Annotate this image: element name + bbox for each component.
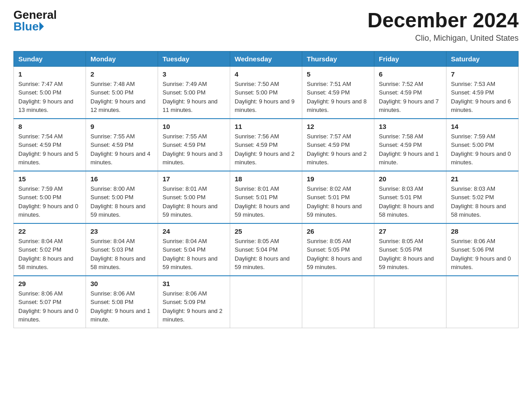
calendar-header-row: Sunday Monday Tuesday Wednesday Thursday… (14, 51, 519, 66)
day-number: 8 (18, 123, 81, 130)
day-number: 29 (18, 280, 81, 287)
day-number: 27 (379, 227, 442, 235)
day-number: 11 (235, 123, 297, 130)
day-number: 2 (90, 70, 153, 78)
table-row: 10 Sunrise: 7:55 AM Sunset: 4:59 PM Dayl… (158, 119, 230, 171)
title-block: December 2024 Clio, Michigan, United Sta… (367, 9, 519, 43)
day-info: Sunrise: 7:54 AM Sunset: 4:59 PM Dayligh… (18, 132, 81, 167)
day-info: Sunrise: 8:03 AM Sunset: 5:01 PM Dayligh… (379, 184, 442, 219)
table-row: 28 Sunrise: 8:06 AM Sunset: 5:06 PM Dayl… (446, 223, 519, 276)
header-wednesday: Wednesday (230, 51, 302, 66)
table-row: 31 Sunrise: 8:06 AM Sunset: 5:09 PM Dayl… (158, 276, 230, 328)
table-row: 30 Sunrise: 8:06 AM Sunset: 5:08 PM Dayl… (86, 276, 158, 328)
day-number: 23 (90, 227, 153, 235)
day-number: 22 (18, 227, 81, 235)
day-info: Sunrise: 8:06 AM Sunset: 5:09 PM Dayligh… (163, 289, 225, 324)
day-number: 6 (379, 70, 442, 78)
table-row: 20 Sunrise: 8:03 AM Sunset: 5:01 PM Dayl… (374, 171, 446, 223)
table-row: 29 Sunrise: 8:06 AM Sunset: 5:07 PM Dayl… (14, 276, 86, 328)
table-row: 11 Sunrise: 7:56 AM Sunset: 4:59 PM Dayl… (230, 119, 302, 171)
day-number: 16 (90, 175, 153, 183)
table-row: 1 Sunrise: 7:47 AM Sunset: 5:00 PM Dayli… (14, 66, 86, 119)
day-info: Sunrise: 8:05 AM Sunset: 5:05 PM Dayligh… (379, 237, 442, 272)
day-info: Sunrise: 7:57 AM Sunset: 4:59 PM Dayligh… (307, 132, 369, 167)
table-row: 17 Sunrise: 8:01 AM Sunset: 5:00 PM Dayl… (158, 171, 230, 223)
day-info: Sunrise: 8:05 AM Sunset: 5:04 PM Dayligh… (235, 237, 297, 272)
calendar-table: Sunday Monday Tuesday Wednesday Thursday… (13, 51, 519, 328)
day-info: Sunrise: 7:55 AM Sunset: 4:59 PM Dayligh… (90, 132, 153, 167)
day-number: 20 (379, 175, 442, 183)
day-number: 12 (307, 123, 369, 130)
day-number: 7 (451, 70, 514, 78)
table-row: 12 Sunrise: 7:57 AM Sunset: 4:59 PM Dayl… (302, 119, 374, 171)
day-info: Sunrise: 8:00 AM Sunset: 5:00 PM Dayligh… (90, 184, 153, 219)
table-row: 2 Sunrise: 7:48 AM Sunset: 5:00 PM Dayli… (86, 66, 158, 119)
table-row: 7 Sunrise: 7:53 AM Sunset: 4:59 PM Dayli… (446, 66, 519, 119)
day-info: Sunrise: 7:55 AM Sunset: 4:59 PM Dayligh… (163, 132, 225, 167)
day-number: 13 (379, 123, 442, 130)
table-row: 25 Sunrise: 8:05 AM Sunset: 5:04 PM Dayl… (230, 223, 302, 276)
page-subtitle: Clio, Michigan, United States (367, 34, 519, 43)
table-row: 6 Sunrise: 7:52 AM Sunset: 4:59 PM Dayli… (374, 66, 446, 119)
day-info: Sunrise: 8:04 AM Sunset: 5:03 PM Dayligh… (90, 237, 153, 272)
day-number: 1 (18, 70, 81, 78)
day-info: Sunrise: 7:59 AM Sunset: 5:00 PM Dayligh… (18, 184, 81, 219)
day-number: 28 (451, 227, 514, 235)
day-number: 31 (163, 280, 225, 287)
table-row: 3 Sunrise: 7:49 AM Sunset: 5:00 PM Dayli… (158, 66, 230, 119)
day-info: Sunrise: 8:02 AM Sunset: 5:01 PM Dayligh… (307, 184, 369, 219)
day-info: Sunrise: 8:01 AM Sunset: 5:01 PM Dayligh… (235, 184, 297, 219)
day-info: Sunrise: 7:48 AM Sunset: 5:00 PM Dayligh… (90, 80, 153, 115)
day-info: Sunrise: 7:51 AM Sunset: 4:59 PM Dayligh… (307, 80, 369, 115)
day-number: 3 (163, 70, 225, 78)
day-info: Sunrise: 7:52 AM Sunset: 4:59 PM Dayligh… (379, 80, 442, 115)
day-info: Sunrise: 8:06 AM Sunset: 5:08 PM Dayligh… (90, 289, 153, 324)
page-title: December 2024 (367, 9, 519, 32)
logo: General Blue (13, 9, 57, 32)
table-row: 5 Sunrise: 7:51 AM Sunset: 4:59 PM Dayli… (302, 66, 374, 119)
day-info: Sunrise: 7:53 AM Sunset: 4:59 PM Dayligh… (451, 80, 514, 115)
table-row: 23 Sunrise: 8:04 AM Sunset: 5:03 PM Dayl… (86, 223, 158, 276)
day-number: 25 (235, 227, 297, 235)
table-row: 14 Sunrise: 7:59 AM Sunset: 5:00 PM Dayl… (446, 119, 519, 171)
day-info: Sunrise: 8:05 AM Sunset: 5:05 PM Dayligh… (307, 237, 369, 272)
day-number: 4 (235, 70, 297, 78)
day-info: Sunrise: 8:04 AM Sunset: 5:04 PM Dayligh… (163, 237, 225, 272)
table-row: 16 Sunrise: 8:00 AM Sunset: 5:00 PM Dayl… (86, 171, 158, 223)
day-number: 9 (90, 123, 153, 130)
day-info: Sunrise: 7:50 AM Sunset: 5:00 PM Dayligh… (235, 80, 297, 115)
table-row (230, 276, 302, 328)
header-saturday: Saturday (446, 51, 519, 66)
calendar-week-row: 15 Sunrise: 7:59 AM Sunset: 5:00 PM Dayl… (14, 171, 519, 223)
day-number: 26 (307, 227, 369, 235)
logo-general-text: General (13, 9, 57, 21)
day-info: Sunrise: 7:58 AM Sunset: 4:59 PM Dayligh… (379, 132, 442, 167)
day-number: 24 (163, 227, 225, 235)
table-row: 27 Sunrise: 8:05 AM Sunset: 5:05 PM Dayl… (374, 223, 446, 276)
header-monday: Monday (86, 51, 158, 66)
day-info: Sunrise: 8:03 AM Sunset: 5:02 PM Dayligh… (451, 184, 514, 219)
table-row: 4 Sunrise: 7:50 AM Sunset: 5:00 PM Dayli… (230, 66, 302, 119)
day-info: Sunrise: 7:56 AM Sunset: 4:59 PM Dayligh… (235, 132, 297, 167)
table-row: 15 Sunrise: 7:59 AM Sunset: 5:00 PM Dayl… (14, 171, 86, 223)
table-row: 26 Sunrise: 8:05 AM Sunset: 5:05 PM Dayl… (302, 223, 374, 276)
table-row: 9 Sunrise: 7:55 AM Sunset: 4:59 PM Dayli… (86, 119, 158, 171)
table-row: 19 Sunrise: 8:02 AM Sunset: 5:01 PM Dayl… (302, 171, 374, 223)
header-thursday: Thursday (302, 51, 374, 66)
day-number: 15 (18, 175, 81, 183)
table-row: 8 Sunrise: 7:54 AM Sunset: 4:59 PM Dayli… (14, 119, 86, 171)
table-row (302, 276, 374, 328)
table-row (374, 276, 446, 328)
table-row (446, 276, 519, 328)
day-number: 5 (307, 70, 369, 78)
day-info: Sunrise: 8:06 AM Sunset: 5:06 PM Dayligh… (451, 237, 514, 272)
table-row: 18 Sunrise: 8:01 AM Sunset: 5:01 PM Dayl… (230, 171, 302, 223)
day-number: 17 (163, 175, 225, 183)
calendar-week-row: 8 Sunrise: 7:54 AM Sunset: 4:59 PM Dayli… (14, 119, 519, 171)
day-info: Sunrise: 8:04 AM Sunset: 5:02 PM Dayligh… (18, 237, 81, 272)
day-info: Sunrise: 7:47 AM Sunset: 5:00 PM Dayligh… (18, 80, 81, 115)
day-number: 10 (163, 123, 225, 130)
day-number: 19 (307, 175, 369, 183)
table-row: 22 Sunrise: 8:04 AM Sunset: 5:02 PM Dayl… (14, 223, 86, 276)
day-number: 18 (235, 175, 297, 183)
